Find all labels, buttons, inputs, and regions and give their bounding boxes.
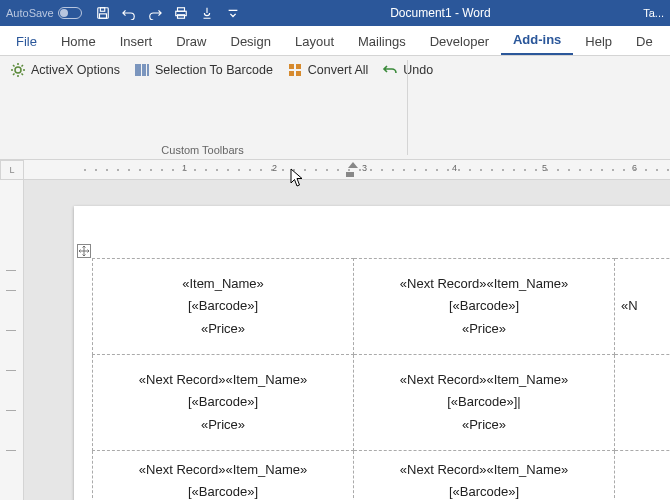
tab-developer[interactable]: Developer [418, 28, 501, 55]
table-move-handle[interactable] [77, 244, 91, 258]
label-cell[interactable]: «Next Record»«Item_Name» [«Barcode»] [354, 451, 615, 501]
indent-marker-bottom-icon[interactable] [346, 172, 354, 177]
merge-field: [«Barcode»] [354, 481, 614, 500]
activex-options-button[interactable]: ActiveX Options [10, 62, 120, 78]
ruler-tick-5: 5 [542, 163, 547, 173]
document-title: Document1 - Word [244, 6, 638, 20]
merge-field: «N [621, 295, 670, 317]
tab-draw[interactable]: Draw [164, 28, 218, 55]
merge-field: «Price» [93, 414, 353, 436]
merge-field: [«Barcode»] [93, 481, 353, 500]
ribbon: ActiveX Options Selection To Barcode Con… [0, 56, 670, 160]
merge-field: [«Barcode»] [93, 391, 353, 413]
ruler-tick-4: 4 [452, 163, 457, 173]
selection-to-barcode-label: Selection To Barcode [155, 63, 273, 77]
autosave-toggle[interactable]: AutoSave [6, 7, 82, 19]
tab-file[interactable]: File [4, 28, 49, 55]
merge-field: «Next Record»«Item_Name» [354, 459, 614, 481]
merge-field: «Item_Name» [93, 273, 353, 295]
merge-field: «Price» [354, 318, 614, 340]
ruler-tick-1: 1 [182, 163, 187, 173]
convert-all-label: Convert All [308, 63, 368, 77]
page-viewport[interactable]: «Item_Name» [«Barcode»] «Price» «Next Re… [24, 180, 670, 500]
label-cell[interactable]: «N [615, 259, 671, 355]
label-cell[interactable]: «Next Record»«Item_Name» [«Barcode»] [93, 451, 354, 501]
autosave-pill[interactable] [58, 7, 82, 19]
mouse-cursor-icon [290, 168, 304, 188]
label-cell[interactable]: «Next Record»«Item_Name» [«Barcode»] «Pr… [93, 355, 354, 451]
table-row: «Item_Name» [«Barcode»] «Price» «Next Re… [93, 259, 671, 355]
tab-mailings[interactable]: Mailings [346, 28, 418, 55]
merge-field: [«Barcode»] [354, 295, 614, 317]
merge-field: «Next Record»«Item_Name» [93, 459, 353, 481]
redo-icon[interactable] [144, 2, 166, 24]
ruler-tick-3: 3 [362, 163, 367, 173]
svg-rect-14 [289, 64, 294, 69]
merge-field: «Price» [93, 318, 353, 340]
ruler-corner[interactable]: L [0, 160, 24, 180]
merge-field: [«Barcode»] [93, 295, 353, 317]
svg-rect-17 [296, 71, 301, 76]
ribbon-tabs: File Home Insert Draw Design Layout Mail… [0, 26, 670, 56]
page: «Item_Name» [«Barcode»] «Price» «Next Re… [74, 206, 670, 500]
user-badge[interactable]: Ta... [637, 7, 670, 19]
ribbon-separator [407, 60, 408, 155]
label-cell[interactable]: «Next Record»«Item_Name» [«Barcode»]| «P… [354, 355, 615, 451]
print-icon[interactable] [170, 2, 192, 24]
svg-rect-1 [100, 8, 104, 12]
gear-icon [10, 62, 26, 78]
merge-field: [«Barcode»]| [354, 391, 614, 413]
vertical-ruler[interactable] [0, 180, 24, 500]
barcode-icon [134, 62, 150, 78]
move-icon [79, 246, 89, 256]
tab-design[interactable]: Design [219, 28, 283, 55]
undo-icon[interactable] [118, 2, 140, 24]
selection-to-barcode-button[interactable]: Selection To Barcode [134, 62, 273, 78]
horizontal-ruler[interactable]: 1 2 3 4 5 6 [24, 160, 670, 180]
tab-insert[interactable]: Insert [108, 28, 165, 55]
tab-help[interactable]: Help [573, 28, 624, 55]
label-cell[interactable] [615, 355, 671, 451]
grid-icon [287, 62, 303, 78]
labels-table: «Item_Name» [«Barcode»] «Price» «Next Re… [92, 258, 670, 500]
save-icon[interactable] [92, 2, 114, 24]
label-cell[interactable]: «Item_Name» [«Barcode»] «Price» [93, 259, 354, 355]
ruler-tick-2: 2 [272, 163, 277, 173]
merge-field: «Next Record»«Item_Name» [354, 369, 614, 391]
svg-rect-2 [99, 14, 106, 18]
svg-point-7 [15, 67, 21, 73]
ruler-tick-6: 6 [632, 163, 637, 173]
tab-home[interactable]: Home [49, 28, 108, 55]
indent-marker-top-icon[interactable] [348, 162, 358, 168]
tab-layout[interactable]: Layout [283, 28, 346, 55]
table-row: «Next Record»«Item_Name» [«Barcode»] «Pr… [93, 355, 671, 451]
title-bar: AutoSave Document1 - Word Ta... [0, 0, 670, 26]
label-cell[interactable]: «Next Record»«Item_Name» [«Barcode»] «Pr… [354, 259, 615, 355]
document-area: L 1 2 3 4 5 6 «Item_Name» [«Bar [0, 160, 670, 500]
ribbon-group-label: Custom Toolbars [0, 144, 405, 156]
tab-addins[interactable]: Add-ins [501, 26, 573, 55]
svg-rect-16 [289, 71, 294, 76]
undo-arrow-icon [382, 62, 398, 78]
merge-field: «Next Record»«Item_Name» [93, 369, 353, 391]
activex-options-label: ActiveX Options [31, 63, 120, 77]
label-cell[interactable] [615, 451, 671, 501]
table-row: «Next Record»«Item_Name» [«Barcode»] «Ne… [93, 451, 671, 501]
svg-rect-5 [177, 15, 184, 19]
merge-field: «Next Record»«Item_Name» [354, 273, 614, 295]
touch-mode-icon[interactable] [196, 2, 218, 24]
tab-extra[interactable]: De [624, 28, 653, 55]
autosave-label: AutoSave [6, 7, 54, 19]
qat-dropdown-icon[interactable] [222, 2, 244, 24]
svg-rect-15 [296, 64, 301, 69]
merge-field: «Price» [354, 414, 614, 436]
convert-all-button[interactable]: Convert All [287, 62, 368, 78]
